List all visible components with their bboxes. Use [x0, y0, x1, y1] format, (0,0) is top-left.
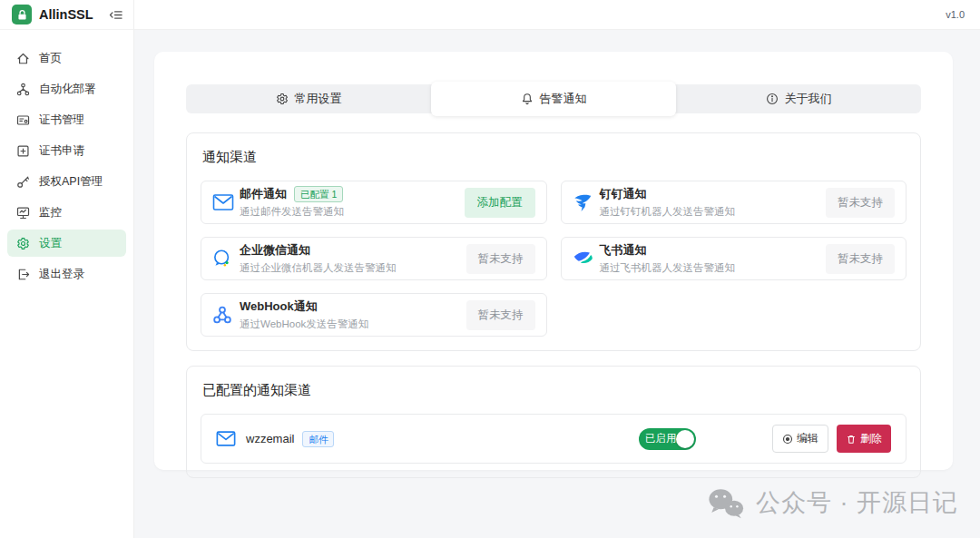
webhook-icon	[212, 305, 240, 325]
channels-section-title: 通知渠道	[202, 149, 905, 166]
app-window: AllinSSL 首页 自动化部署	[0, 0, 980, 538]
channel-name: WebHook通知	[240, 298, 318, 315]
not-supported-button: 暂未支持	[826, 244, 895, 274]
config-name: wzzemail	[246, 432, 294, 445]
channel-card-wecom: 企业微信通知 通过企业微信机器人发送告警通知 暂未支持	[201, 237, 547, 280]
tab-alert-notify[interactable]: 告警通知	[431, 82, 676, 116]
api-key-icon	[16, 175, 30, 189]
sidebar-item-api-manage[interactable]: 授权API管理	[7, 168, 126, 195]
home-icon	[16, 52, 30, 65]
not-supported-button: 暂未支持	[466, 300, 535, 330]
sidebar-item-auto-deploy[interactable]: 自动化部署	[7, 75, 126, 103]
channel-grid: 邮件通知 已配置 1 通过邮件发送告警通知 添加配置	[201, 181, 906, 337]
sidebar-item-cert-manage[interactable]: 证书管理	[7, 106, 126, 133]
sidebar-item-cert-apply[interactable]: 证书申请	[7, 137, 126, 164]
enabled-toggle[interactable]: 已启用	[639, 428, 696, 450]
app-logo	[12, 5, 32, 24]
app-title: AllinSSL	[39, 7, 109, 22]
deploy-icon	[16, 83, 30, 96]
logout-icon	[16, 268, 30, 281]
watermark: 公众号 · 开源日记	[707, 486, 958, 519]
trash-icon	[846, 434, 857, 445]
tab-about-us[interactable]: 关于我们	[676, 84, 921, 113]
channel-desc: 通过钉钉机器人发送告警通知	[600, 205, 827, 219]
apply-icon	[16, 144, 30, 158]
channel-desc: 通过飞书机器人发送告警通知	[600, 261, 827, 275]
sidebar-item-label: 首页	[39, 51, 62, 66]
certificate-icon	[16, 113, 30, 127]
channel-card-feishu: 飞书通知 通过飞书机器人发送告警通知 暂未支持	[561, 237, 907, 280]
channel-name: 企业微信通知	[240, 242, 310, 259]
wechat-icon	[707, 487, 745, 519]
channel-name: 飞书通知	[600, 242, 647, 259]
settings-card: 常用设置 告警通知 关于我们 通知渠道	[154, 52, 953, 470]
top-bar: v1.0	[134, 0, 980, 30]
not-supported-button: 暂未支持	[826, 188, 895, 218]
dingtalk-icon	[573, 192, 600, 212]
toggle-knob	[676, 430, 694, 448]
sidebar-item-label: 授权API管理	[39, 174, 103, 190]
sidebar: AllinSSL 首页 自动化部署	[0, 0, 134, 538]
sidebar-item-label: 设置	[39, 236, 62, 251]
collapse-sidebar-icon[interactable]	[109, 8, 122, 22]
gear-icon	[276, 93, 289, 105]
tab-label: 关于我们	[785, 91, 832, 107]
channel-desc: 通过WebHook发送告警通知	[240, 318, 466, 331]
configured-section-title: 已配置的通知渠道	[202, 382, 905, 399]
tab-label: 告警通知	[540, 91, 587, 107]
add-config-button[interactable]: 添加配置	[465, 188, 535, 218]
logo-row: AllinSSL	[0, 0, 133, 30]
sidebar-item-label: 证书管理	[39, 112, 84, 128]
channel-type-badge: 邮件	[302, 431, 334, 447]
sidebar-item-logout[interactable]: 退出登录	[7, 260, 126, 288]
tab-common-settings[interactable]: 常用设置	[186, 84, 431, 113]
delete-button[interactable]: 删除	[837, 425, 891, 453]
channel-name: 钉钉通知	[600, 186, 647, 202]
channel-desc: 通过邮件发送告警通知	[240, 205, 465, 219]
sidebar-item-label: 自动化部署	[39, 82, 96, 97]
info-icon	[766, 93, 779, 105]
watermark-text: 公众号 · 开源日记	[756, 486, 958, 519]
configured-channel-row: wzzemail 邮件 已启用 编辑	[201, 414, 906, 464]
version-label: v1.0	[946, 9, 965, 20]
channel-card-email: 邮件通知 已配置 1 通过邮件发送告警通知 添加配置	[201, 181, 547, 224]
settings-tabs: 常用设置 告警通知 关于我们	[186, 84, 921, 113]
configured-count-badge: 已配置 1	[294, 186, 343, 202]
tab-label: 常用设置	[295, 91, 342, 107]
email-icon	[212, 193, 240, 211]
channel-card-dingtalk: 钉钉通知 通过钉钉机器人发送告警通知 暂未支持	[561, 181, 907, 224]
wecom-icon	[212, 249, 240, 269]
not-supported-button: 暂未支持	[466, 244, 535, 274]
sidebar-item-monitor[interactable]: 监控	[7, 199, 126, 226]
monitor-icon	[16, 206, 30, 220]
sidebar-item-home[interactable]: 首页	[7, 44, 126, 72]
channel-card-webhook: WebHook通知 通过WebHook发送告警通知 暂未支持	[201, 293, 547, 337]
configured-section: 已配置的通知渠道 wzzemail 邮件 已启用	[186, 366, 921, 478]
toggle-label: 已启用	[645, 432, 677, 445]
edit-button[interactable]: 编辑	[772, 425, 828, 453]
channels-section: 通知渠道 邮件通知 已配置 1 通过邮件发送告警通知	[186, 132, 921, 351]
channel-desc: 通过企业微信机器人发送告警通知	[240, 261, 466, 275]
settings-icon	[16, 237, 30, 250]
bell-icon	[521, 93, 534, 105]
feishu-icon	[573, 249, 600, 269]
sidebar-item-label: 监控	[39, 205, 62, 220]
lock-icon	[16, 9, 28, 21]
sidebar-menu: 首页 自动化部署 证书管理 证书申请	[0, 30, 133, 291]
sidebar-item-label: 证书申请	[39, 143, 84, 159]
edit-icon	[782, 434, 793, 445]
sidebar-item-label: 退出登录	[39, 267, 84, 282]
main-area: v1.0 常用设置 告警通知	[134, 0, 980, 538]
email-icon	[216, 430, 236, 447]
channel-name: 邮件通知	[240, 186, 287, 202]
sidebar-item-settings[interactable]: 设置	[7, 230, 126, 257]
